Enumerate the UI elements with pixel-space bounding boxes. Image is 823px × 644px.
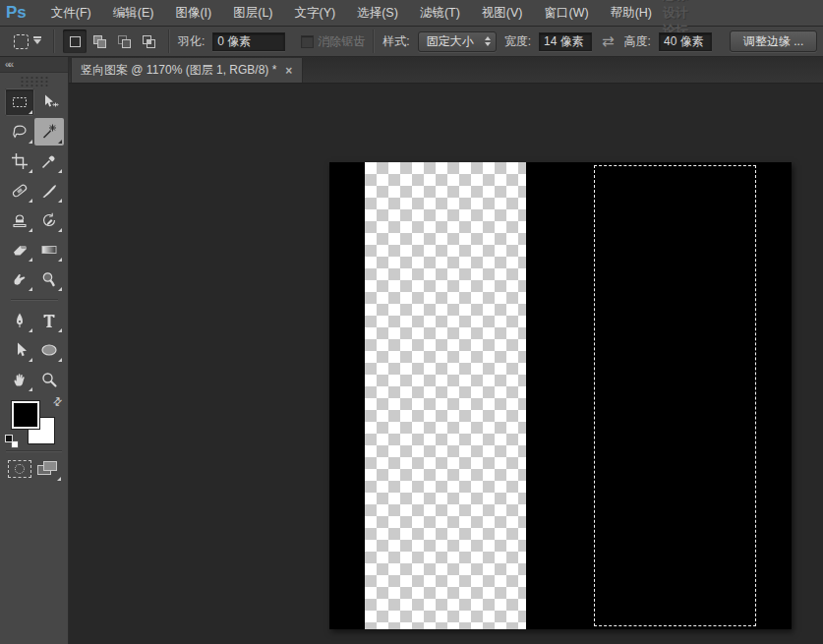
type-icon [39, 311, 59, 330]
swap-width-height-icon[interactable]: ⇄ [600, 32, 617, 50]
rectangular-marquee-icon [14, 34, 29, 49]
antialias-checkbox [301, 35, 314, 48]
panel-grip[interactable] [20, 76, 49, 87]
toolbar-bottom-buttons [0, 456, 68, 478]
swap-colors-icon[interactable]: ⇄ [50, 394, 66, 410]
rectangular-marquee-icon [10, 92, 29, 112]
intersect-with-selection-button[interactable] [137, 29, 160, 53]
document-area: 竖向图案 @ 1170% (图层 1, RGB/8) * × [69, 57, 823, 644]
marching-ants-selection[interactable] [594, 165, 756, 626]
foreground-color-swatch[interactable] [12, 401, 39, 429]
menu-bar: Ps 文件(F) 编辑(E) 图像(I) 图层(L) 文字(Y) 选择(S) 滤… [0, 0, 823, 27]
magic-wand-icon [39, 122, 59, 142]
black-strip-left [329, 162, 365, 629]
divider [373, 29, 375, 53]
width-input[interactable] [539, 32, 592, 51]
quick-mask-button[interactable] [8, 460, 31, 478]
add-to-selection-button[interactable] [88, 29, 111, 53]
black-area-right [526, 162, 792, 629]
menu-window[interactable]: 窗口(W) [534, 5, 600, 22]
crop-icon [10, 151, 29, 171]
height-input[interactable] [659, 32, 712, 51]
rectangular-marquee-tool[interactable] [5, 88, 34, 116]
crop-tool[interactable] [5, 147, 34, 175]
pen-icon [10, 311, 29, 330]
gradient-tool[interactable] [34, 236, 64, 263]
lasso-tool[interactable] [5, 118, 34, 146]
color-wells: ⇄ [7, 397, 62, 446]
menu-edit[interactable]: 编辑(E) [102, 5, 165, 22]
smudge-tool[interactable] [5, 265, 34, 293]
antialias-label: 消除锯齿 [318, 33, 365, 50]
tool-options-bar: 羽化: 消除锯齿 样式: 固定大小 宽度: ⇄ 高度: 调整边缘 ... [0, 27, 823, 57]
chevron-down-icon [33, 39, 41, 44]
pen-tool[interactable] [5, 307, 34, 334]
toolbar-divider [11, 299, 58, 301]
style-label: 样式: [382, 33, 409, 50]
brush-tool[interactable] [34, 177, 64, 205]
watermark-site-url: WWW.MISSYUAN.COM [697, 0, 815, 1]
feather-input[interactable] [212, 32, 285, 51]
dodge-tool[interactable] [34, 265, 64, 293]
refine-edge-button[interactable]: 调整边缘 ... [730, 30, 817, 52]
document-canvas[interactable] [329, 162, 792, 629]
new-selection-button[interactable] [63, 29, 87, 53]
tool-preset-picker[interactable] [10, 32, 45, 51]
hand-icon [10, 370, 29, 389]
menu-help[interactable]: 帮助(H) [600, 5, 663, 22]
collapse-panel-button[interactable]: «« [0, 57, 68, 73]
eraser-icon [10, 240, 29, 260]
width-label: 宽度: [504, 33, 531, 50]
menu-file[interactable]: 文件(F) [40, 5, 102, 22]
hand-tool[interactable] [5, 366, 34, 393]
zoom-tool[interactable] [34, 366, 64, 393]
menu-view[interactable]: 视图(V) [471, 5, 534, 22]
style-dropdown-value: 固定大小 [427, 33, 474, 50]
photoshop-logo: Ps [6, 3, 27, 23]
healing-brush-icon [10, 181, 29, 201]
document-tab-bar: 竖向图案 @ 1170% (图层 1, RGB/8) * × [69, 57, 823, 84]
style-dropdown[interactable]: 固定大小 [418, 31, 497, 52]
transparent-checkerboard-strip [365, 162, 526, 629]
height-label: 高度: [624, 33, 651, 50]
quick-mask-icon [15, 464, 25, 474]
eraser-tool[interactable] [5, 236, 34, 263]
menu-layer[interactable]: 图层(L) [222, 5, 283, 22]
history-brush-tool[interactable] [34, 206, 64, 234]
menu-type[interactable]: 文字(Y) [284, 5, 347, 22]
eyedropper-icon [39, 151, 59, 171]
clone-stamp-icon [10, 210, 29, 230]
document-tab[interactable]: 竖向图案 @ 1170% (图层 1, RGB/8) * × [71, 58, 303, 83]
divider [168, 29, 170, 53]
canvas-workspace[interactable] [69, 84, 823, 644]
tools-grid [0, 88, 68, 393]
move-tool-icon [39, 92, 59, 112]
add-to-selection-icon [91, 33, 108, 50]
screen-mode-button[interactable] [36, 460, 60, 478]
ellipse-icon [39, 340, 59, 360]
document-tab-title: 竖向图案 @ 1170% (图层 1, RGB/8) * [81, 62, 276, 79]
brush-icon [39, 181, 59, 201]
menu-select[interactable]: 选择(S) [346, 5, 409, 22]
move-tool[interactable] [34, 88, 64, 116]
lasso-icon [10, 122, 29, 142]
eyedropper-tool[interactable] [34, 147, 64, 175]
path-selection-tool[interactable] [5, 336, 34, 364]
subtract-from-selection-button[interactable] [112, 29, 136, 53]
close-icon[interactable]: × [284, 64, 293, 78]
main-area: «« [0, 57, 823, 644]
menu-filter[interactable]: 滤镜(T) [409, 5, 471, 22]
type-tool[interactable] [34, 307, 64, 334]
selection-mode-group [63, 29, 160, 53]
feather-label: 羽化: [178, 33, 205, 50]
clone-stamp-tool[interactable] [5, 206, 34, 234]
path-selection-icon [10, 340, 29, 360]
magic-wand-tool[interactable] [34, 118, 64, 146]
menu-image[interactable]: 图像(I) [164, 5, 222, 22]
zoom-icon [39, 370, 59, 389]
ellipse-tool[interactable] [34, 336, 64, 364]
subtract-from-selection-icon [116, 33, 133, 50]
default-colors-icon[interactable] [5, 435, 19, 448]
healing-brush-tool[interactable] [5, 177, 34, 205]
history-brush-icon [39, 210, 59, 230]
